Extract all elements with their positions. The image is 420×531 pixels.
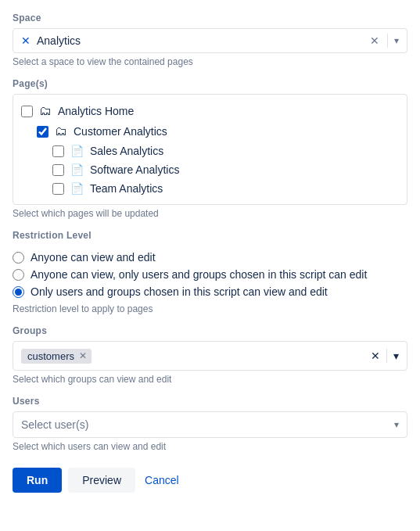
users-label: Users	[13, 396, 407, 407]
checkbox-customer-analytics[interactable]	[37, 126, 48, 138]
group-tag-value: customers	[27, 350, 74, 362]
users-box[interactable]: Select user(s) ▾	[13, 411, 407, 438]
folder-icon-analytics-home: 🗂	[39, 104, 52, 118]
checkbox-team-analytics[interactable]	[52, 183, 64, 195]
radio-item-3: Only users and groups chosen in this scr…	[13, 283, 407, 300]
folder-icon-customer-analytics: 🗂	[55, 124, 67, 138]
groups-clear-icon[interactable]: ✕	[371, 350, 380, 362]
space-value: Analytics	[37, 34, 370, 47]
groups-divider	[386, 349, 387, 363]
groups-label: Groups	[13, 325, 407, 336]
space-dropdown-icon[interactable]: ▾	[394, 35, 399, 46]
page-item-software-analytics: 📄 Software Analytics	[21, 160, 399, 179]
restriction-label: Restriction Level	[13, 230, 407, 241]
radio-label-opt1[interactable]: Anyone can view and edit	[31, 251, 156, 264]
doc-icon-sales-analytics: 📄	[70, 145, 84, 157]
checkbox-analytics-home[interactable]	[21, 106, 33, 117]
space-select[interactable]: ✕ Analytics ✕ ▾	[13, 28, 407, 53]
users-hint: Select which users can view and edit	[13, 441, 407, 452]
page-name-team-analytics[interactable]: Team Analytics	[90, 182, 163, 195]
page-item-customer-analytics: 🗂 Customer Analytics	[21, 121, 399, 142]
pages-hint: Select which pages will be updated	[13, 208, 407, 219]
radio-label-opt3[interactable]: Only users and groups chosen in this scr…	[31, 285, 328, 298]
space-label: Space	[13, 13, 407, 23]
page-name-sales-analytics[interactable]: Sales Analytics	[90, 145, 163, 157]
page-name-software-analytics[interactable]: Software Analytics	[90, 163, 179, 176]
space-tag-icon: ✕	[21, 34, 31, 47]
page-item-team-analytics: 📄 Team Analytics	[21, 179, 399, 198]
groups-box[interactable]: customers ✕ ✕ ▾	[13, 341, 407, 371]
groups-hint: Select which groups can view and edit	[13, 374, 407, 385]
doc-icon-software-analytics: 📄	[70, 163, 84, 176]
cancel-button[interactable]: Cancel	[142, 468, 182, 493]
radio-label-opt2[interactable]: Anyone can view, only users and groups c…	[31, 268, 367, 281]
pages-label: Page(s)	[13, 78, 407, 89]
preview-button[interactable]: Preview	[68, 468, 135, 493]
doc-icon-team-analytics: 📄	[70, 182, 84, 195]
radio-item-2: Anyone can view, only users and groups c…	[13, 266, 407, 283]
group-tag-customers: customers ✕	[21, 349, 92, 364]
space-clear-icon[interactable]: ✕	[370, 34, 379, 47]
restriction-hint: Restriction level to apply to pages	[13, 303, 407, 314]
radio-opt2[interactable]	[13, 269, 24, 281]
checkbox-sales-analytics[interactable]	[52, 145, 64, 157]
space-hint: Select a space to view the contained pag…	[13, 56, 407, 67]
radio-opt1[interactable]	[13, 252, 24, 264]
page-item-analytics-home: 🗂 Analytics Home	[21, 101, 399, 121]
radio-item-1: Anyone can view and edit	[13, 249, 407, 266]
page-item-sales-analytics: 📄 Sales Analytics	[21, 142, 399, 160]
checkbox-software-analytics[interactable]	[52, 164, 64, 176]
page-name-analytics-home[interactable]: Analytics Home	[58, 105, 134, 117]
remove-tag-customers[interactable]: ✕	[79, 351, 87, 361]
actions-row: Run Preview Cancel	[13, 468, 407, 493]
radio-opt3[interactable]	[13, 286, 24, 298]
users-dropdown-icon[interactable]: ▾	[394, 419, 399, 430]
space-divider	[387, 34, 388, 48]
pages-box: 🗂 Analytics Home 🗂 Customer Analytics 📄 …	[13, 94, 407, 205]
users-placeholder: Select user(s)	[21, 418, 394, 431]
page-name-customer-analytics[interactable]: Customer Analytics	[74, 125, 167, 138]
groups-dropdown-icon[interactable]: ▾	[393, 350, 399, 362]
run-button[interactable]: Run	[13, 468, 62, 493]
